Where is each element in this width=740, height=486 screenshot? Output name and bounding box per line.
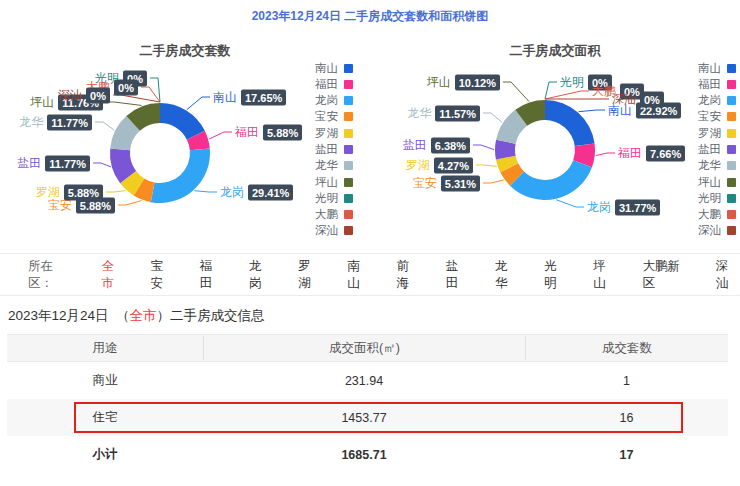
pie-charts-section: 二手房成交套数 二手房成交面积 南山福田龙岗宝安罗湖盐田龙华坪山光明大鹏深汕 南…	[0, 34, 740, 253]
legend-label: 龙华	[315, 158, 338, 173]
pie-label-district: 龙岗	[220, 184, 244, 201]
legend-item-深汕[interactable]: 深汕	[315, 225, 353, 237]
pie-label-盐田: 盐田11.77%	[17, 155, 90, 172]
filter-option-龙岗[interactable]: 龙岗	[249, 258, 273, 292]
legend-item-深汕[interactable]: 深汕	[698, 225, 736, 237]
legend-label: 龙岗	[315, 93, 338, 108]
legend-item-罗湖[interactable]: 罗湖	[315, 127, 353, 139]
info-date: 2023年12月24日	[8, 308, 109, 323]
legend-label: 宝安	[315, 109, 338, 124]
pie-label-percent: 6.38%	[431, 137, 470, 153]
legend-label: 宝安	[698, 109, 721, 124]
legend-item-宝安[interactable]: 宝安	[315, 111, 353, 123]
table-row-小计: 小计1685.7117	[7, 436, 728, 473]
cell-area: 231.94	[203, 374, 525, 388]
pie-label-percent: 17.65%	[241, 89, 286, 105]
legend-swatch	[344, 96, 353, 105]
legend-item-坪山[interactable]: 坪山	[315, 176, 353, 188]
filter-option-光明[interactable]: 光明	[544, 258, 568, 292]
pie-label-percent: 5.88%	[263, 124, 302, 140]
legend-swatch	[727, 210, 736, 219]
filter-option-宝安[interactable]: 宝安	[151, 258, 175, 292]
pie-label-leader-line	[106, 191, 126, 192]
cell-area: 1453.77	[203, 411, 525, 425]
legend-swatch	[727, 129, 736, 138]
pie-label-percent: 5.31%	[441, 175, 480, 191]
donut-charts-canvas	[0, 34, 740, 253]
legend-item-坪山[interactable]: 坪山	[698, 176, 736, 188]
info-scope: 全市	[130, 308, 157, 323]
legend-item-龙岗[interactable]: 龙岗	[698, 95, 736, 107]
legend-label: 坪山	[315, 175, 338, 190]
cell-area: 1685.71	[203, 448, 525, 462]
pie-label-percent: 5.88%	[64, 184, 103, 200]
legend-label: 龙岗	[698, 93, 721, 108]
legend-label: 龙华	[698, 158, 721, 173]
legend-swatch	[727, 226, 736, 235]
pie-label-龙岗: 龙岗29.41%	[220, 184, 293, 201]
legend-item-盐田[interactable]: 盐田	[698, 143, 736, 155]
filter-option-罗湖[interactable]: 罗湖	[298, 258, 322, 292]
table-header-cell: 用途	[7, 336, 203, 360]
pie-segment-南山[interactable]	[545, 100, 595, 146]
pie-label-leader-line	[556, 200, 584, 207]
pie-label-percent: 0%	[86, 87, 110, 103]
filter-option-福田[interactable]: 福田	[200, 258, 224, 292]
filter-option-全市[interactable]: 全市	[101, 258, 125, 292]
legend-item-大鹏[interactable]: 大鹏	[315, 209, 353, 221]
legend-label: 盐田	[698, 142, 721, 157]
pie-label-percent: 7.66%	[646, 145, 685, 161]
legend-item-宝安[interactable]: 宝安	[698, 111, 736, 123]
legend-swatch	[727, 112, 736, 121]
legend-label: 光明	[315, 191, 338, 206]
legend-item-龙华[interactable]: 龙华	[315, 160, 353, 172]
legend-item-盐田[interactable]: 盐田	[315, 143, 353, 155]
legend-label: 南山	[698, 61, 721, 76]
legend-swatch	[727, 145, 736, 154]
legend-label: 深汕	[698, 223, 721, 238]
pie-label-龙华: 龙华11.77%	[19, 114, 92, 131]
legend-label: 福田	[315, 77, 338, 92]
pie-label-district: 龙华	[407, 105, 431, 122]
legend-swatch	[344, 210, 353, 219]
pie-label-district: 福田	[618, 145, 642, 162]
legend-item-龙岗[interactable]: 龙岗	[315, 95, 353, 107]
table-row-商业: 商业231.941	[7, 362, 728, 399]
pie-segment-龙岗[interactable]	[151, 148, 210, 203]
pie-label-leader-line	[93, 163, 111, 167]
pie-label-leader-line	[95, 122, 114, 130]
legend-item-光明[interactable]: 光明	[698, 192, 736, 204]
legend-swatch	[344, 178, 353, 187]
legend-swatch	[344, 194, 353, 203]
filter-option-南山[interactable]: 南山	[347, 258, 371, 292]
legend-item-南山[interactable]: 南山	[315, 62, 353, 74]
pie-label-district: 深汕	[58, 87, 82, 104]
cell-count: 17	[525, 448, 728, 462]
cell-use: 住宅	[7, 409, 203, 426]
pie-label-district: 坪山	[427, 74, 451, 91]
pie-label-leader-line	[118, 201, 142, 205]
legend-item-龙华[interactable]: 龙华	[698, 160, 736, 172]
pie-label-福田: 福田7.66%	[618, 145, 685, 162]
pie-label-盐田: 盐田6.38%	[403, 137, 470, 154]
legend-item-罗湖[interactable]: 罗湖	[698, 127, 736, 139]
page-title[interactable]: 2023年12月24日 二手房成交套数和面积饼图	[0, 0, 740, 34]
filter-option-盐田[interactable]: 盐田	[446, 258, 470, 292]
legend-item-福田[interactable]: 福田	[698, 78, 736, 90]
filter-option-深汕[interactable]: 深汕	[716, 258, 740, 292]
legend-item-大鹏[interactable]: 大鹏	[698, 209, 736, 221]
filter-option-坪山[interactable]: 坪山	[593, 258, 617, 292]
filter-option-大鹏新区[interactable]: 大鹏新区	[642, 258, 690, 292]
legend-item-南山[interactable]: 南山	[698, 62, 736, 74]
legend-swatch	[344, 129, 353, 138]
legend-label: 大鹏	[698, 207, 721, 222]
legend-label: 坪山	[698, 175, 721, 190]
filter-option-前海[interactable]: 前海	[397, 258, 421, 292]
legend-item-福田[interactable]: 福田	[315, 78, 353, 90]
pie-segment-龙岗[interactable]	[510, 160, 592, 200]
legend-item-光明[interactable]: 光明	[315, 192, 353, 204]
cell-use: 小计	[7, 446, 203, 463]
pie-label-percent: 31.77%	[615, 199, 660, 215]
legend-swatch	[344, 80, 353, 89]
filter-option-龙华[interactable]: 龙华	[495, 258, 519, 292]
